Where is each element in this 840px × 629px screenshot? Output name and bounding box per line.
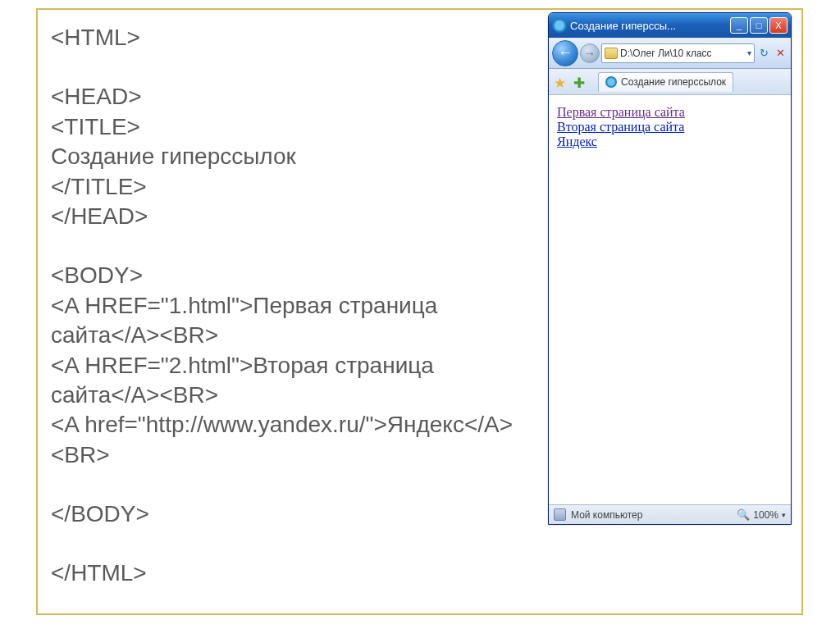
- hyperlink-second-page[interactable]: Вторая страница сайта: [557, 120, 684, 134]
- code-line: Создание гиперссылок: [51, 142, 535, 171]
- tab-label: Создание гиперссылок: [621, 76, 726, 88]
- ie-browser-window: Создание гиперссы... _ □ X ← → D:\Олег Л…: [548, 12, 792, 525]
- favorites-star-icon[interactable]: ★: [554, 75, 568, 89]
- address-text: D:\Олег Ли\10 класс: [620, 48, 712, 59]
- add-favorite-icon[interactable]: ✚: [573, 75, 588, 89]
- status-bar: Мой компьютер 🔍 100% ▾: [549, 504, 791, 524]
- forward-button[interactable]: →: [580, 43, 600, 63]
- zoom-dropdown-icon[interactable]: ▾: [782, 511, 786, 519]
- window-title: Создание гиперссы...: [570, 20, 730, 32]
- code-line: <A HREF="2.html">Вторая страница сайта</…: [51, 351, 535, 411]
- code-line: </TITLE>: [51, 172, 535, 202]
- code-line: <HTML>: [51, 23, 535, 52]
- computer-icon: [554, 508, 566, 521]
- code-line: </HTML>: [51, 558, 535, 588]
- address-dropdown-icon[interactable]: ▾: [747, 48, 751, 57]
- code-line: <A HREF="1.html">Первая страница сайта</…: [51, 291, 535, 351]
- stop-button[interactable]: ✕: [773, 46, 788, 61]
- html-source-code: <HTML> <HEAD> <TITLE> Создание гиперссыл…: [51, 23, 535, 589]
- page-content: Первая страница сайта Вторая страница са…: [549, 95, 791, 481]
- refresh-button[interactable]: ↻: [756, 46, 771, 61]
- magnifier-icon: 🔍: [737, 508, 750, 521]
- hyperlink-first-page[interactable]: Первая страница сайта: [557, 105, 685, 119]
- code-line: <HEAD>: [51, 82, 535, 112]
- minimize-button[interactable]: _: [730, 17, 748, 34]
- ie-logo-icon: [552, 18, 567, 33]
- ie-logo-icon: [605, 76, 617, 88]
- status-zone: Мой компьютер: [571, 509, 642, 521]
- browser-tab[interactable]: Создание гиперссылок: [598, 72, 733, 92]
- close-button[interactable]: X: [769, 17, 788, 34]
- code-line: <BODY>: [51, 261, 535, 290]
- folder-icon: [605, 48, 618, 59]
- hyperlink-yandex[interactable]: Яндекс: [557, 134, 597, 148]
- back-button[interactable]: ←: [552, 40, 578, 66]
- zoom-control[interactable]: 🔍 100% ▾: [737, 508, 786, 521]
- code-line: <TITLE>: [51, 112, 535, 142]
- address-bar[interactable]: D:\Олег Ли\10 класс ▾: [601, 43, 755, 63]
- code-line: </BODY>: [51, 499, 535, 529]
- favorites-bar: ★ ✚ Создание гиперссылок: [549, 69, 791, 95]
- zoom-value: 100%: [753, 509, 778, 521]
- window-titlebar[interactable]: Создание гиперссы... _ □ X: [549, 13, 791, 38]
- code-line: <A href="http://www.yandex.ru/">Яндекс</…: [51, 410, 535, 470]
- maximize-button[interactable]: □: [750, 17, 768, 34]
- window-buttons: _ □ X: [730, 17, 788, 34]
- code-line: </HEAD>: [51, 202, 535, 231]
- navigation-toolbar: ← → D:\Олег Ли\10 класс ▾ ↻ ✕: [549, 38, 791, 69]
